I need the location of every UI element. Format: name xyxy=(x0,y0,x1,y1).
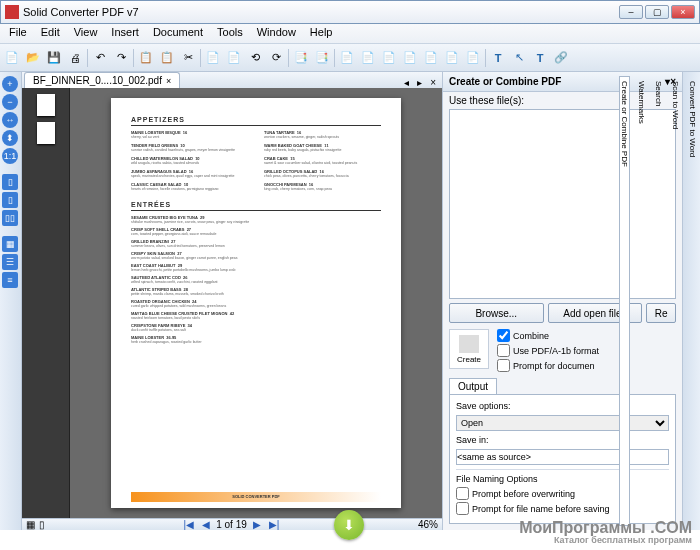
window-title: Solid Converter PDF v7 xyxy=(23,6,619,18)
convert-ppt-icon[interactable]: 📄 xyxy=(379,48,399,68)
heading-entrees: ENTRÉES xyxy=(131,201,381,211)
actual-size-icon[interactable]: 1:1 xyxy=(2,148,18,164)
menu-item: GRILLED OCTOPUS SALAD 16chick peas, oliv… xyxy=(264,169,381,178)
prompt-doc-checkbox[interactable]: Prompt for documen xyxy=(497,359,676,372)
menu-item: ROASTED ORGANIC CHICKEN 24cured garlic w… xyxy=(131,299,381,308)
side-tab-convert[interactable]: Convert PDF to Word xyxy=(687,76,698,526)
menu-file[interactable]: File xyxy=(2,24,34,43)
touchup-tool-icon[interactable]: T xyxy=(530,48,550,68)
side-tab-create[interactable]: Create or Combine PDF xyxy=(619,76,630,526)
menu-view[interactable]: View xyxy=(67,24,105,43)
paste-icon[interactable]: 📋 xyxy=(157,48,177,68)
new-icon[interactable]: 📄 xyxy=(2,48,22,68)
tab-close-icon[interactable]: × xyxy=(166,76,171,86)
next-page-icon[interactable]: ▶ xyxy=(251,519,263,530)
minimize-button[interactable]: – xyxy=(619,5,643,19)
first-page-icon[interactable]: |◀ xyxy=(182,519,197,530)
menu-help[interactable]: Help xyxy=(303,24,340,43)
page-add-icon[interactable]: 📄 xyxy=(203,48,223,68)
thumbs-icon[interactable]: ▦ xyxy=(2,236,18,252)
panel-title: Create or Combine PDF xyxy=(449,76,561,87)
convert-excel-icon[interactable]: 📄 xyxy=(358,48,378,68)
page-view[interactable]: APPETIZERS MAINE LOBSTER BISQUE 16sherry… xyxy=(70,88,442,518)
menu-item: WARM BAKED GOAT CHEESE 11ruby red beets,… xyxy=(264,143,381,152)
tab-prev-icon[interactable]: ◂ xyxy=(400,77,413,88)
extract-icon[interactable]: 📑 xyxy=(291,48,311,68)
menu-window[interactable]: Window xyxy=(250,24,303,43)
layers-icon[interactable]: ≡ xyxy=(2,272,18,288)
menu-item: EAST COAST HALIBUT 29lemon herb gnocchi,… xyxy=(131,263,381,272)
text-tool-icon[interactable]: T xyxy=(488,48,508,68)
fit-page-icon[interactable]: ⬍ xyxy=(2,130,18,146)
side-tab-search[interactable]: Search xyxy=(653,76,664,526)
menu-item: GNOCCHI PARMESAN 16king crab, cherry tom… xyxy=(264,182,381,191)
fit-width-icon[interactable]: ↔ xyxy=(2,112,18,128)
undo-icon[interactable]: ↶ xyxy=(90,48,110,68)
menu-item: CRAB CAKE 15sweet & sour cucumber salad,… xyxy=(264,156,381,165)
split-icon[interactable]: 📑 xyxy=(312,48,332,68)
menu-item: CLASSIC CAESAR SALAD 10hearts of romaine… xyxy=(131,182,248,191)
menu-tools[interactable]: Tools xyxy=(210,24,250,43)
thumbnail-pane[interactable] xyxy=(22,88,70,518)
page-footer-banner: SOLID CONVERTER PDF xyxy=(131,492,381,502)
menu-edit[interactable]: Edit xyxy=(34,24,67,43)
menubar: File Edit View Insert Document Tools Win… xyxy=(0,24,700,44)
link-tool-icon[interactable]: 🔗 xyxy=(551,48,571,68)
menu-item: TENDER FIELD GREENS 10sunrise radish, ca… xyxy=(131,143,248,152)
menu-item: ATLANTIC STRIPED BASS 28petite shrimp, m… xyxy=(131,287,381,296)
heading-appetizers: APPETIZERS xyxy=(131,116,381,126)
zoom-out-icon[interactable]: − xyxy=(2,94,18,110)
thumb-2[interactable] xyxy=(37,122,55,144)
copy-icon[interactable]: 📋 xyxy=(136,48,156,68)
print-icon[interactable]: 🖨 xyxy=(65,48,85,68)
combine-checkbox[interactable]: Combine xyxy=(497,329,676,342)
menu-item: GRILLED BRANZINI 27summer beans, olives,… xyxy=(131,239,381,248)
rotate-left-icon[interactable]: ⟲ xyxy=(245,48,265,68)
facing-icon[interactable]: ▯▯ xyxy=(2,210,18,226)
browse-button[interactable]: Browse... xyxy=(449,303,544,323)
zoom-in-icon[interactable]: + xyxy=(2,76,18,92)
cut-icon[interactable]: ✂ xyxy=(178,48,198,68)
left-tool-strip: + − ↔ ⬍ 1:1 ▯ ▯ ▯▯ ▦ ☰ ≡ xyxy=(0,72,22,530)
view-mode-icon[interactable]: ▦ xyxy=(26,519,35,530)
select-tool-icon[interactable]: ↖ xyxy=(509,48,529,68)
continuous-icon[interactable]: ▯ xyxy=(2,192,18,208)
view-mode2-icon[interactable]: ▯ xyxy=(39,519,45,530)
create-button[interactable]: Create xyxy=(449,329,489,369)
side-tab-watermarks[interactable]: Watermarks xyxy=(636,76,647,526)
close-button[interactable]: × xyxy=(671,5,695,19)
prev-page-icon[interactable]: ◀ xyxy=(200,519,212,530)
single-page-icon[interactable]: ▯ xyxy=(2,174,18,190)
maximize-button[interactable]: ▢ xyxy=(645,5,669,19)
convert-img-icon[interactable]: 📄 xyxy=(442,48,462,68)
document-tab[interactable]: BF_DINNER_0....10_002.pdf × xyxy=(24,72,180,88)
open-icon[interactable]: 📂 xyxy=(23,48,43,68)
tab-close-all-icon[interactable]: × xyxy=(426,77,440,88)
document-area: BF_DINNER_0....10_002.pdf × ◂ ▸ × APPETI… xyxy=(22,72,442,530)
convert-html-icon[interactable]: 📄 xyxy=(400,48,420,68)
output-tab[interactable]: Output xyxy=(449,378,497,394)
create-icon xyxy=(459,335,479,353)
menu-item: TUNA TARTARE 16wonton crackers, sesame, … xyxy=(264,130,381,139)
convert-pdfa-icon[interactable]: 📄 xyxy=(463,48,483,68)
convert-word-icon[interactable]: 📄 xyxy=(337,48,357,68)
tab-bar: BF_DINNER_0....10_002.pdf × ◂ ▸ × xyxy=(22,72,442,88)
tab-label: BF_DINNER_0....10_002.pdf xyxy=(33,75,162,86)
page-content: APPETIZERS MAINE LOBSTER BISQUE 16sherry… xyxy=(111,98,401,508)
menu-insert[interactable]: Insert xyxy=(104,24,146,43)
save-icon[interactable]: 💾 xyxy=(44,48,64,68)
redo-icon[interactable]: ↷ xyxy=(111,48,131,68)
menu-document[interactable]: Document xyxy=(146,24,210,43)
tab-next-icon[interactable]: ▸ xyxy=(413,77,426,88)
menu-item: MAINE LOBSTER BISQUE 16sherry, vol au ve… xyxy=(131,130,248,139)
side-tab-scan[interactable]: Scan to Word xyxy=(670,76,681,526)
bookmarks-icon[interactable]: ☰ xyxy=(2,254,18,270)
page-controls: ▦ ▯ |◀ ◀ 1 of 19 ▶ ▶| 46% xyxy=(22,518,442,530)
thumb-1[interactable] xyxy=(37,94,55,116)
convert-txt-icon[interactable]: 📄 xyxy=(421,48,441,68)
page-del-icon[interactable]: 📄 xyxy=(224,48,244,68)
last-page-icon[interactable]: ▶| xyxy=(267,519,282,530)
app-icon xyxy=(5,5,19,19)
rotate-right-icon[interactable]: ⟳ xyxy=(266,48,286,68)
pdfa-checkbox[interactable]: Use PDF/A-1b format xyxy=(497,344,676,357)
